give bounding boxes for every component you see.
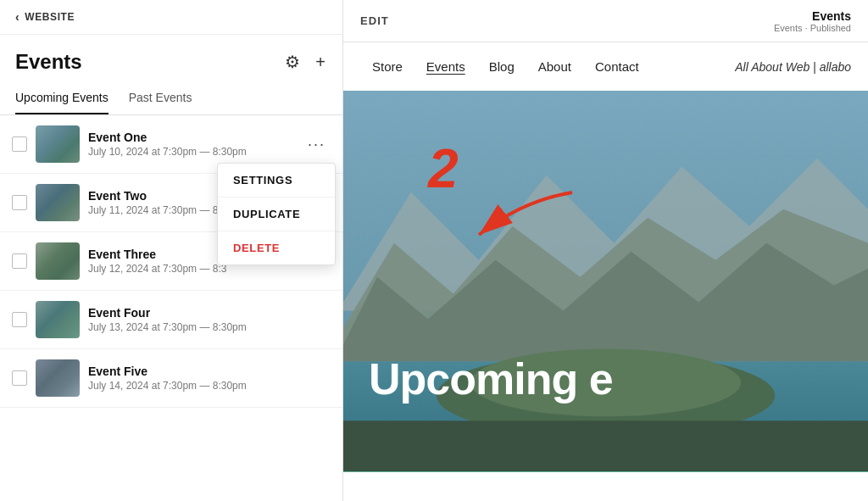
event-thumbnail-4 [36, 301, 80, 338]
event-info-4: Event Four July 13, 2024 at 7:30pm — 8:3… [88, 306, 331, 333]
context-menu-delete[interactable]: DELETE [218, 231, 335, 264]
site-brand: All About Web | allabo [735, 60, 851, 74]
event-info-5: Event Five July 14, 2024 at 7:30pm — 8:3… [88, 365, 331, 392]
event-date-4: July 13, 2024 at 7:30pm — 8:30pm [88, 321, 331, 333]
back-nav[interactable]: ‹ WEBSITE [0, 0, 342, 35]
event-thumbnail-3 [36, 242, 80, 280]
edit-label: EDIT [360, 14, 389, 27]
context-menu-duplicate[interactable]: DUPLICATE [218, 198, 335, 231]
tabs-bar: Upcoming Events Past Events [0, 82, 342, 115]
panel-header: Events ⚙ + [0, 35, 342, 82]
event-checkbox-1[interactable] [12, 136, 27, 152]
hero-text: Upcoming e [369, 353, 613, 404]
edit-page-title: Events [774, 9, 851, 23]
site-nav-links: Store Events Blog About Contact [360, 53, 651, 81]
event-name-5: Event Five [88, 365, 331, 378]
tab-past-events[interactable]: Past Events [129, 82, 192, 114]
nav-link-store[interactable]: Store [360, 53, 415, 81]
edit-bar: EDIT Events Events · Published [343, 0, 868, 42]
svg-rect-7 [343, 420, 868, 471]
event-checkbox-3[interactable] [12, 253, 27, 269]
event-checkbox-5[interactable] [12, 370, 27, 386]
nav-link-blog[interactable]: Blog [477, 53, 526, 81]
edit-info: Events Events · Published [774, 9, 851, 33]
event-thumbnail-5 [36, 359, 80, 397]
event-thumbnail-1 [36, 125, 80, 163]
nav-link-about[interactable]: About [526, 53, 583, 81]
list-item: Event Four July 13, 2024 at 7:30pm — 8:3… [0, 291, 342, 349]
website-preview: Store Events Blog About Contact All Abou… [343, 42, 868, 501]
nav-link-contact[interactable]: Contact [583, 53, 651, 81]
event-list: Event One July 10, 2024 at 7:30pm — 8:30… [0, 115, 342, 501]
event-name-4: Event Four [88, 306, 331, 320]
event-date-5: July 14, 2024 at 7:30pm — 8:30pm [88, 380, 331, 392]
left-panel: ‹ WEBSITE Events ⚙ + Upcoming Events Pas… [0, 0, 343, 501]
nav-link-events[interactable]: Events [415, 53, 477, 81]
hero-background-svg [343, 91, 868, 471]
event-info-1: Event One July 10, 2024 at 7:30pm — 8:30… [88, 131, 294, 158]
header-actions: ⚙ + [283, 50, 327, 74]
back-chevron-icon: ‹ [15, 10, 19, 24]
hero-area: 2 Upcoming e [343, 91, 868, 472]
context-menu-settings[interactable]: SETTINGS [218, 164, 335, 198]
event-more-button-1[interactable]: ··· [303, 133, 331, 155]
event-checkbox-4[interactable] [12, 312, 27, 327]
right-panel: EDIT Events Events · Published Store Eve… [343, 0, 868, 501]
site-nav: Store Events Blog About Contact All Abou… [343, 42, 868, 91]
event-checkbox-2[interactable] [12, 195, 27, 210]
page-title: Events [15, 50, 82, 74]
add-event-button[interactable]: + [314, 51, 327, 74]
context-menu: SETTINGS DUPLICATE DELETE [217, 163, 336, 265]
tab-upcoming-events[interactable]: Upcoming Events [15, 82, 108, 114]
edit-page-status: Events · Published [774, 23, 851, 33]
settings-button[interactable]: ⚙ [283, 50, 302, 74]
list-item: Event Five July 14, 2024 at 7:30pm — 8:3… [0, 349, 342, 408]
event-name-1: Event One [88, 131, 294, 144]
event-date-1: July 10, 2024 at 7:30pm — 8:30pm [88, 146, 294, 158]
event-thumbnail-2 [36, 184, 80, 221]
list-item: Event One July 10, 2024 at 7:30pm — 8:30… [0, 115, 342, 174]
back-nav-label: WEBSITE [25, 11, 75, 23]
